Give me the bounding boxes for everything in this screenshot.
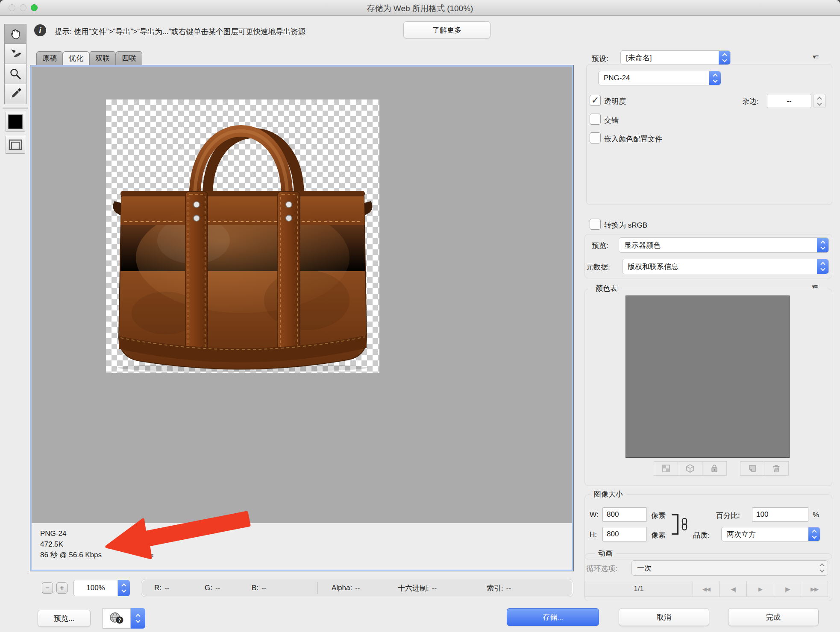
color-table-actions-left (654, 461, 727, 476)
preset-stepper-icon (719, 51, 730, 64)
link-dimensions-bracket (672, 514, 678, 535)
product-image-bag (106, 99, 379, 373)
info-icon: i (34, 24, 46, 36)
zoom-level-stepper[interactable] (118, 580, 130, 596)
done-button[interactable]: 完成 (728, 608, 819, 626)
loop-options-label: 循环选项: (586, 564, 617, 573)
preview-in-browser-button[interactable]: 预览... (38, 610, 91, 627)
percent-unit: % (813, 511, 819, 519)
preset-menu-icon[interactable]: ▾≡ (813, 53, 818, 61)
embed-profile-checkbox[interactable] (590, 132, 601, 143)
readout-divider (317, 582, 318, 594)
slices-visibility-icon (8, 138, 23, 151)
preset-value: [未命名] (621, 53, 719, 63)
minus-glyph: − (45, 584, 49, 592)
preview-color-label: 预览: (592, 241, 608, 251)
tab-4up[interactable]: 四联 (116, 51, 142, 65)
loop-options-select[interactable]: 一次 (631, 560, 828, 576)
chain-link-icon[interactable] (679, 518, 690, 531)
learn-more-button[interactable]: 了解更多 (403, 21, 490, 38)
interlaced-checkbox[interactable] (590, 114, 601, 125)
metadata-select[interactable]: 版权和联系信息 (622, 259, 829, 274)
eyedropper-tool[interactable] (4, 84, 26, 104)
preview-color-stepper-icon (817, 238, 828, 252)
hand-tool[interactable] (4, 24, 26, 44)
quality-value: 两次立方 (722, 530, 808, 539)
metadata-stepper-icon (817, 259, 828, 274)
matte-stepper[interactable] (813, 94, 826, 108)
lock-color-button[interactable] (702, 461, 727, 476)
transparency-checkbox[interactable]: ✓ (590, 95, 601, 106)
black-swatch (8, 114, 23, 129)
zoom-out-button[interactable]: − (42, 582, 53, 594)
cube-icon (685, 464, 695, 473)
height-unit: 像素 (651, 530, 666, 540)
readout-hex: 十六进制:-- (398, 579, 437, 597)
quality-select[interactable]: 两次立方 (721, 527, 820, 541)
width-label: W: (590, 511, 598, 519)
zoom-tool[interactable] (4, 64, 26, 84)
checkerboard-icon (662, 464, 670, 473)
format-select[interactable]: PNG-24 (598, 71, 721, 85)
tab-original[interactable]: 原稿 (36, 51, 63, 65)
color-table-menu-icon[interactable]: ▾≡ (812, 283, 817, 290)
tab-optimized[interactable]: 优化 (63, 51, 89, 65)
slice-select-tool[interactable] (4, 44, 26, 64)
width-field[interactable]: 800 (602, 507, 647, 522)
trash-icon (772, 464, 781, 473)
globe-question-icon: ? (108, 611, 125, 626)
quality-label: 品质: (693, 530, 710, 540)
matte-field[interactable]: -- (767, 94, 811, 108)
quality-stepper-icon (808, 527, 820, 541)
new-item-icon (748, 464, 757, 473)
hint-text: 提示: 使用“文件”>“导出”>“导出为...”或右键单击某个图层可更快速地导出… (55, 26, 305, 37)
percent-field[interactable]: 100 (752, 507, 808, 522)
next-frame-button[interactable]: |▶ (774, 581, 801, 597)
snap-to-web-button[interactable] (654, 461, 678, 476)
transparency-checkerboard (106, 99, 379, 373)
convert-srgb-label: 转换为 sRGB (604, 220, 647, 230)
cancel-button[interactable]: 取消 (619, 608, 709, 626)
browser-select-stepper[interactable] (131, 608, 145, 629)
matte-color-swatch[interactable] (6, 112, 25, 132)
tab-2up[interactable]: 双联 (89, 51, 116, 65)
browser-select-button[interactable]: ? (103, 608, 131, 629)
height-label: H: (590, 530, 597, 539)
last-frame-button[interactable]: ▶▶ (801, 581, 828, 597)
preview-canvas[interactable] (32, 67, 572, 523)
metadata-label: 元数据: (586, 262, 610, 272)
play-button[interactable]: ▶ (747, 581, 774, 597)
zoom-in-button[interactable]: + (56, 582, 68, 594)
color-table-actions-right (740, 461, 789, 476)
save-button[interactable]: 存储... (507, 608, 599, 626)
window-title: 存储为 Web 所用格式 (100%) (0, 3, 840, 14)
color-table-swatches[interactable] (626, 296, 790, 458)
plus-glyph: + (60, 584, 64, 592)
preview-color-select[interactable]: 显示器颜色 (619, 237, 829, 253)
info-glyph: i (39, 26, 41, 35)
preview-color-value: 显示器颜色 (619, 240, 817, 250)
new-color-button[interactable] (740, 461, 764, 476)
readout-index: 索引:-- (487, 579, 511, 597)
readout-blue: B:-- (252, 579, 266, 597)
check-glyph: ✓ (591, 95, 599, 106)
toggle-slices-button[interactable] (6, 136, 25, 154)
eyedropper-icon (9, 87, 22, 101)
readout-alpha: Alpha:-- (332, 579, 360, 597)
first-frame-button[interactable]: ◀◀ (693, 581, 720, 597)
height-field[interactable]: 800 (602, 527, 647, 541)
delete-color-button[interactable] (764, 461, 789, 476)
width-unit: 像素 (651, 511, 666, 521)
frame-counter: 1/1 (584, 581, 693, 597)
embed-profile-label: 嵌入颜色配置文件 (604, 134, 662, 144)
convert-srgb-checkbox[interactable] (590, 219, 601, 230)
preset-select[interactable]: [未命名] (620, 50, 731, 65)
format-stepper-icon (709, 71, 721, 85)
interlaced-label: 交错 (604, 115, 619, 125)
previous-frame-button[interactable]: ◀| (720, 581, 747, 597)
web-shift-button[interactable] (678, 461, 702, 476)
svg-text:?: ? (118, 617, 121, 623)
hand-icon (9, 27, 22, 41)
zoom-level-field[interactable]: 100% (73, 580, 118, 596)
readout-red: R:-- (154, 579, 169, 597)
